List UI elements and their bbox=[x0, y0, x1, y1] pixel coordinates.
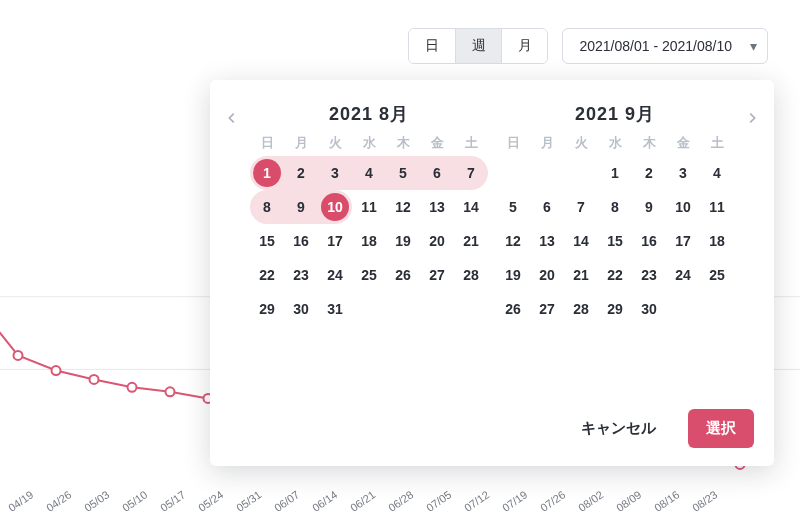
day-cell[interactable]: 30 bbox=[284, 292, 318, 326]
dow-cell: 金 bbox=[420, 134, 454, 152]
x-tick-label: 05/17 bbox=[158, 482, 196, 514]
day-cell[interactable]: 2 bbox=[284, 156, 318, 190]
dow-cell: 土 bbox=[700, 134, 734, 152]
dow-cell: 水 bbox=[598, 134, 632, 152]
day-cell-empty bbox=[564, 156, 598, 190]
day-cell[interactable]: 18 bbox=[352, 224, 386, 258]
seg-day[interactable]: 日 bbox=[409, 29, 455, 63]
day-cell[interactable]: 2 bbox=[632, 156, 666, 190]
x-tick-label: 08/16 bbox=[652, 482, 690, 514]
day-cell[interactable]: 14 bbox=[564, 224, 598, 258]
day-cell[interactable]: 24 bbox=[318, 258, 352, 292]
day-cell[interactable]: 4 bbox=[700, 156, 734, 190]
day-cell[interactable]: 27 bbox=[420, 258, 454, 292]
day-cell[interactable]: 17 bbox=[666, 224, 700, 258]
x-tick-label: 08/09 bbox=[614, 482, 652, 514]
svg-point-3 bbox=[14, 351, 23, 360]
day-cell[interactable]: 7 bbox=[454, 156, 488, 190]
prev-month-button[interactable] bbox=[218, 102, 246, 134]
day-cell[interactable]: 25 bbox=[700, 258, 734, 292]
day-cell[interactable]: 30 bbox=[632, 292, 666, 326]
day-cell[interactable]: 21 bbox=[454, 224, 488, 258]
cancel-button[interactable]: キャンセル bbox=[575, 418, 662, 439]
day-cell[interactable]: 8 bbox=[598, 190, 632, 224]
day-cell[interactable]: 24 bbox=[666, 258, 700, 292]
x-tick-label: 07/26 bbox=[538, 482, 576, 514]
day-cell[interactable]: 19 bbox=[496, 258, 530, 292]
day-cell[interactable]: 6 bbox=[420, 156, 454, 190]
day-cell[interactable]: 15 bbox=[250, 224, 284, 258]
calendar-months: 2021 8月 日月火水木金土 123456789101112131415161… bbox=[210, 80, 774, 326]
day-cell[interactable]: 11 bbox=[352, 190, 386, 224]
day-cell[interactable]: 13 bbox=[530, 224, 564, 258]
day-cell[interactable]: 14 bbox=[454, 190, 488, 224]
select-button[interactable]: 選択 bbox=[688, 409, 754, 448]
x-tick-label: 07/19 bbox=[500, 482, 538, 514]
day-cell[interactable]: 12 bbox=[496, 224, 530, 258]
seg-week[interactable]: 週 bbox=[455, 29, 501, 63]
x-tick-label: 04/26 bbox=[44, 482, 82, 514]
day-cell[interactable]: 25 bbox=[352, 258, 386, 292]
x-tick-label: 05/10 bbox=[120, 482, 158, 514]
day-cell[interactable]: 28 bbox=[454, 258, 488, 292]
date-range-dropdown[interactable]: 2021/08/01 - 2021/08/10 ▾ bbox=[562, 28, 768, 64]
day-cell[interactable]: 6 bbox=[530, 190, 564, 224]
x-tick-label: 07/05 bbox=[424, 482, 462, 514]
day-cell[interactable]: 1 bbox=[598, 156, 632, 190]
dow-cell: 日 bbox=[496, 134, 530, 152]
caret-down-icon: ▾ bbox=[750, 38, 757, 54]
day-cell[interactable]: 1 bbox=[250, 156, 284, 190]
x-tick-label: 05/24 bbox=[196, 482, 234, 514]
day-cell[interactable]: 3 bbox=[318, 156, 352, 190]
day-cell[interactable]: 5 bbox=[496, 190, 530, 224]
day-cell[interactable]: 21 bbox=[564, 258, 598, 292]
day-cell[interactable]: 26 bbox=[386, 258, 420, 292]
day-cell[interactable]: 3 bbox=[666, 156, 700, 190]
day-cell[interactable]: 10 bbox=[666, 190, 700, 224]
day-cell[interactable]: 27 bbox=[530, 292, 564, 326]
day-cell[interactable]: 15 bbox=[598, 224, 632, 258]
dow-cell: 火 bbox=[564, 134, 598, 152]
x-tick-label: 06/21 bbox=[348, 482, 386, 514]
next-month-button[interactable] bbox=[738, 102, 766, 134]
day-cell[interactable]: 22 bbox=[598, 258, 632, 292]
day-cell[interactable]: 9 bbox=[284, 190, 318, 224]
x-tick-label: 08/02 bbox=[576, 482, 614, 514]
day-cell[interactable]: 23 bbox=[632, 258, 666, 292]
day-cell[interactable]: 28 bbox=[564, 292, 598, 326]
day-cell[interactable]: 17 bbox=[318, 224, 352, 258]
x-tick-label: 04/12 bbox=[0, 482, 6, 514]
x-tick-label: 04/19 bbox=[6, 482, 44, 514]
dow-cell: 土 bbox=[454, 134, 488, 152]
day-cell[interactable]: 10 bbox=[318, 190, 352, 224]
day-cell[interactable]: 26 bbox=[496, 292, 530, 326]
day-cell[interactable]: 5 bbox=[386, 156, 420, 190]
day-chip: 1 bbox=[253, 159, 281, 187]
day-cell[interactable]: 31 bbox=[318, 292, 352, 326]
x-tick-label: 05/03 bbox=[82, 482, 120, 514]
x-tick-label: 06/14 bbox=[310, 482, 348, 514]
day-cell[interactable]: 8 bbox=[250, 190, 284, 224]
day-cell[interactable]: 4 bbox=[352, 156, 386, 190]
dow-cell: 月 bbox=[530, 134, 564, 152]
day-cell[interactable]: 7 bbox=[564, 190, 598, 224]
day-cell[interactable]: 19 bbox=[386, 224, 420, 258]
day-cell[interactable]: 23 bbox=[284, 258, 318, 292]
day-cell[interactable]: 13 bbox=[420, 190, 454, 224]
day-cell[interactable]: 16 bbox=[284, 224, 318, 258]
svg-point-6 bbox=[128, 383, 137, 392]
day-cell[interactable]: 11 bbox=[700, 190, 734, 224]
day-cell[interactable]: 29 bbox=[598, 292, 632, 326]
calendar-left: 2021 8月 日月火水木金土 123456789101112131415161… bbox=[246, 92, 492, 326]
day-cell[interactable]: 29 bbox=[250, 292, 284, 326]
day-cell[interactable]: 22 bbox=[250, 258, 284, 292]
chevron-left-icon bbox=[225, 111, 239, 125]
day-cell[interactable]: 20 bbox=[530, 258, 564, 292]
day-cell[interactable]: 18 bbox=[700, 224, 734, 258]
day-cell[interactable]: 9 bbox=[632, 190, 666, 224]
day-cell[interactable]: 12 bbox=[386, 190, 420, 224]
day-cell[interactable]: 16 bbox=[632, 224, 666, 258]
day-cell[interactable]: 20 bbox=[420, 224, 454, 258]
date-range-label: 2021/08/01 - 2021/08/10 bbox=[579, 38, 732, 54]
seg-month[interactable]: 月 bbox=[501, 29, 547, 63]
